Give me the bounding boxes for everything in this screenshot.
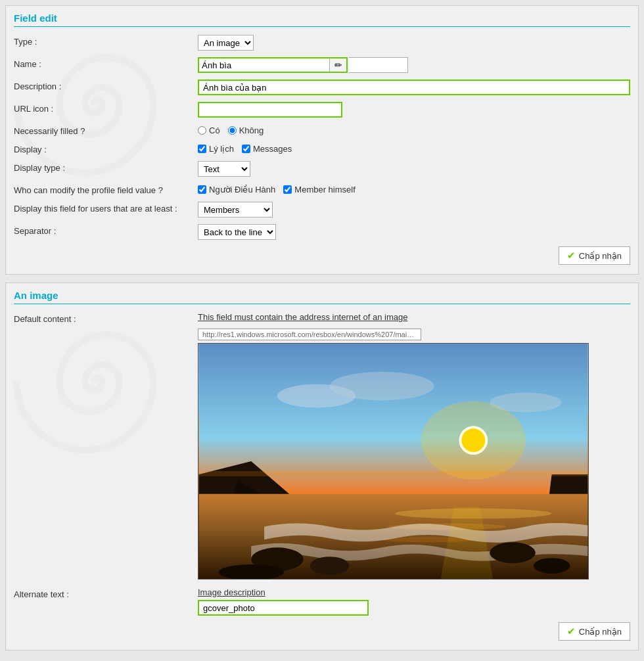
display-messages-checkbox[interactable] bbox=[242, 145, 250, 153]
type-select[interactable]: An image bbox=[198, 35, 254, 51]
who-can-modify-member-checkbox[interactable] bbox=[283, 185, 292, 194]
an-image-submit-button[interactable]: ✔ Chấp nhận bbox=[559, 622, 630, 641]
svg-point-3 bbox=[461, 428, 485, 452]
svg-point-5 bbox=[330, 372, 434, 401]
separator-row: Separator : Back to the line None Line bbox=[14, 224, 630, 240]
svg-rect-19 bbox=[199, 471, 588, 476]
description-row: Description : bbox=[14, 80, 630, 95]
who-can-modify-nguoi-checkbox[interactable] bbox=[198, 185, 206, 194]
display-ly-lich-label[interactable]: Lý lịch bbox=[198, 144, 234, 154]
who-can-modify-member-text: Member himself bbox=[294, 185, 355, 194]
alt-text-input[interactable] bbox=[198, 600, 369, 616]
necessarily-filled-row: Necessarily filled ? Có Không bbox=[14, 124, 630, 136]
description-control bbox=[198, 80, 630, 95]
who-can-modify-control: Người Điều Hành Member himself bbox=[198, 183, 630, 194]
description-label: Description : bbox=[14, 80, 198, 91]
field-edit-title: Field edit bbox=[14, 12, 630, 27]
svg-point-15 bbox=[310, 557, 350, 575]
default-content-control: This field must contain the address inte… bbox=[198, 312, 630, 580]
necessarily-filled-control: Có Không bbox=[198, 124, 630, 135]
name-extra-input[interactable] bbox=[349, 57, 408, 73]
name-icon-button[interactable]: ✏ bbox=[329, 57, 348, 73]
display-ly-lich-checkbox[interactable] bbox=[198, 145, 206, 153]
display-type-row: Display type : Text Textarea Radio Selec… bbox=[14, 161, 630, 177]
url-icon-label: URL icon : bbox=[14, 102, 198, 114]
url-icon-input[interactable] bbox=[198, 102, 342, 118]
display-messages-text: Messages bbox=[253, 144, 292, 154]
name-input[interactable] bbox=[198, 57, 329, 73]
radio-co[interactable] bbox=[198, 126, 206, 135]
type-control: An image bbox=[198, 35, 630, 51]
type-row: Type : An image bbox=[14, 35, 630, 51]
display-users-select[interactable]: Members Registered Moderators Administra… bbox=[198, 202, 273, 217]
display-ly-lich-text: Lý lịch bbox=[209, 144, 234, 154]
image-url-bar: http://res1.windows.microsoft.com/resbox… bbox=[198, 329, 421, 340]
radio-co-label[interactable]: Có bbox=[198, 125, 220, 135]
name-row: Name : ✏ bbox=[14, 57, 630, 73]
svg-point-17 bbox=[490, 542, 536, 563]
default-content-label: Default content : bbox=[14, 312, 198, 324]
name-label: Name : bbox=[14, 57, 198, 69]
alternate-text-label: Alternate text : bbox=[14, 587, 198, 599]
check-icon: ✔ bbox=[567, 250, 576, 262]
who-can-modify-label: Who can modify the profile field value ? bbox=[14, 183, 198, 195]
display-control: Lý lịch Messages bbox=[198, 143, 630, 154]
sunset-image-svg bbox=[198, 344, 588, 579]
field-must-contain-text: This field must contain the address inte… bbox=[198, 312, 630, 322]
an-image-submit-label: Chấp nhận bbox=[579, 627, 622, 637]
alternate-text-row: Alternate text : Image description bbox=[14, 587, 630, 616]
url-icon-control bbox=[198, 102, 630, 118]
svg-point-18 bbox=[534, 558, 570, 574]
description-input[interactable] bbox=[198, 80, 630, 95]
an-image-section: An image Default content : This field mu… bbox=[5, 283, 639, 650]
field-edit-submit-label: Chấp nhận bbox=[579, 251, 622, 261]
radio-co-text: Có bbox=[209, 125, 220, 135]
alternate-text-control: Image description bbox=[198, 587, 630, 616]
necessarily-filled-label: Necessarily filled ? bbox=[14, 124, 198, 136]
type-label: Type : bbox=[14, 35, 198, 47]
field-edit-section: Field edit Type : An image Name : ✏ Desc… bbox=[5, 5, 639, 275]
default-content-row: Default content : This field must contai… bbox=[14, 312, 630, 580]
radio-khong[interactable] bbox=[228, 126, 237, 135]
separator-control: Back to the line None Line bbox=[198, 224, 630, 240]
display-row: Display : Lý lịch Messages bbox=[14, 143, 630, 154]
radio-khong-text: Không bbox=[239, 125, 264, 135]
display-type-select[interactable]: Text Textarea Radio Select bbox=[198, 161, 250, 177]
display-users-control: Members Registered Moderators Administra… bbox=[198, 202, 630, 217]
display-users-row: Display this field for users that are at… bbox=[14, 202, 630, 217]
display-label: Display : bbox=[14, 143, 198, 154]
pencil-icon: ✏ bbox=[334, 60, 342, 70]
an-image-title: An image bbox=[14, 290, 630, 304]
who-can-modify-nguoi-label[interactable]: Người Điều Hành bbox=[198, 185, 275, 194]
svg-point-6 bbox=[490, 393, 561, 413]
who-can-modify-row: Who can modify the profile field value ?… bbox=[14, 183, 630, 195]
image-preview bbox=[198, 343, 589, 580]
display-type-label: Display type : bbox=[14, 161, 198, 173]
who-can-modify-member-label[interactable]: Member himself bbox=[283, 185, 355, 194]
display-users-label: Display this field for users that are at… bbox=[14, 202, 198, 214]
field-edit-submit-button[interactable]: ✔ Chấp nhận bbox=[559, 246, 630, 265]
who-can-modify-nguoi-text: Người Điều Hành bbox=[209, 185, 275, 194]
separator-select[interactable]: Back to the line None Line bbox=[198, 224, 276, 240]
an-image-submit-row: ✔ Chấp nhận bbox=[14, 622, 630, 641]
url-icon-row: URL icon : bbox=[14, 102, 630, 118]
field-edit-submit-row: ✔ Chấp nhận bbox=[14, 246, 630, 265]
check-icon-2: ✔ bbox=[567, 626, 576, 637]
display-messages-label[interactable]: Messages bbox=[242, 144, 292, 154]
display-type-control: Text Textarea Radio Select bbox=[198, 161, 630, 177]
separator-label: Separator : bbox=[14, 224, 198, 236]
image-description-label: Image description bbox=[198, 587, 630, 597]
name-control: ✏ bbox=[198, 57, 630, 73]
radio-khong-label[interactable]: Không bbox=[228, 125, 264, 135]
